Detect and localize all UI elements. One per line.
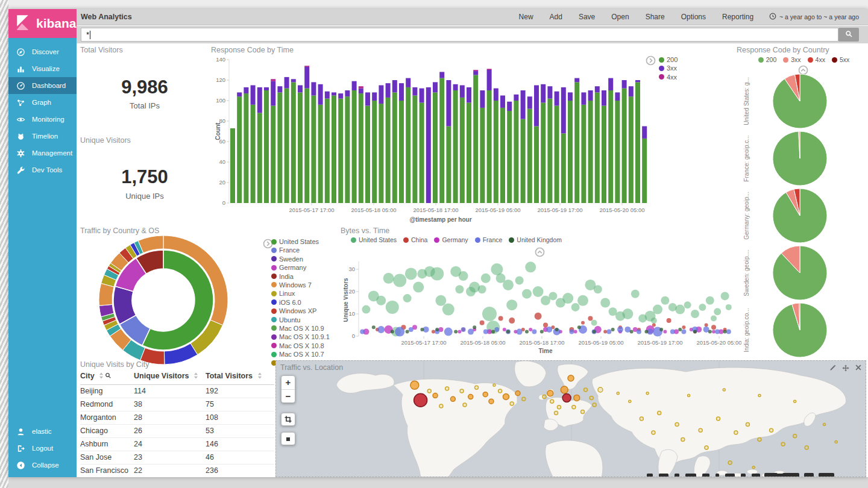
bubble-united-states[interactable] [577,295,588,306]
bubble-united-states[interactable] [675,305,685,314]
bubble-united-states[interactable] [413,282,424,293]
map-marker[interactable] [734,431,738,434]
map-marker[interactable] [515,391,520,396]
bubble-united-states[interactable] [503,280,514,290]
bubble-united-states[interactable] [362,305,370,314]
map-marker[interactable] [574,395,580,401]
bar-segment[interactable] [304,66,309,67]
bubble-china[interactable] [432,330,435,334]
map-marker[interactable] [498,389,502,393]
bar-segment[interactable] [304,67,309,89]
bar-segment[interactable] [271,79,275,81]
bar-segment[interactable] [325,99,330,203]
map-marker[interactable] [629,400,631,402]
bar-segment[interactable] [574,82,579,203]
bar-segment[interactable] [426,87,431,203]
bar-segment[interactable] [480,108,485,203]
bar-segment[interactable] [379,86,383,104]
bar-segment[interactable] [433,82,438,92]
map-marker[interactable] [593,403,596,407]
map-marker[interactable] [794,400,796,402]
bubble-united-states[interactable] [383,273,394,284]
bubble-united-states[interactable] [691,310,699,318]
bar-segment[interactable] [311,82,316,95]
map-marker[interactable] [561,386,568,393]
legend-item-france[interactable]: France [475,236,503,243]
map-marker[interactable] [522,397,526,401]
sidebar-item-dev-tools[interactable]: Dev Tools [8,161,77,178]
menu-item-share[interactable]: Share [646,13,665,21]
bubble-united-states[interactable] [455,285,464,293]
bubble-united-states[interactable] [549,292,557,300]
map-marker[interactable] [728,461,732,465]
bubble-united-kingdom[interactable] [611,328,615,331]
bar-segment[interactable] [480,90,485,108]
map-marker[interactable] [723,389,725,391]
sidebar-item-graph[interactable]: Graph [8,94,77,111]
bar-segment[interactable] [595,92,600,203]
bar-segment[interactable] [487,70,492,90]
bubble-china[interactable] [682,325,685,329]
map-marker[interactable] [450,396,455,401]
bubble-france[interactable] [715,330,720,334]
bubble-germany[interactable] [574,330,577,334]
bar-segment[interactable] [487,90,492,203]
bar-segment[interactable] [561,87,566,134]
bar-segment[interactable] [325,92,330,99]
bubble-united-states[interactable] [714,308,721,315]
bar-segment[interactable] [338,99,343,203]
bar-segment[interactable] [460,86,465,98]
bar-segment[interactable] [453,90,458,203]
bubble-united-states[interactable] [442,304,454,316]
bar-segment[interactable] [318,105,323,203]
bubble-united-states[interactable] [533,286,544,297]
bubble-united-kingdom[interactable] [420,328,424,331]
map-marker[interactable] [581,410,585,413]
bar-segment[interactable] [622,89,627,203]
bar-segment[interactable] [439,72,444,78]
bar-segment[interactable] [352,81,357,90]
bar-segment[interactable] [264,90,269,203]
bubble-united-states[interactable] [515,277,524,285]
bubble-united-states[interactable] [386,301,399,314]
bar-segment[interactable] [332,96,336,204]
map-marker[interactable] [705,446,708,449]
bar-segment[interactable] [244,93,248,203]
bar-segment[interactable] [433,92,438,203]
legend-expand-icon[interactable] [646,55,656,66]
column-header-total-visitors[interactable]: Total Visitors [206,370,274,385]
bubble-germany[interactable] [458,330,461,334]
map-marker[interactable] [640,417,643,421]
bar-segment[interactable] [332,92,336,95]
bubble-united-kingdom[interactable] [693,330,697,334]
map-marker[interactable] [483,392,488,397]
legend-item-china[interactable]: China [403,236,427,243]
map-marker[interactable] [598,387,603,392]
map-marker[interactable] [557,405,561,409]
bar-segment[interactable] [399,83,404,101]
bar-segment[interactable] [386,83,391,98]
bar-segment[interactable] [608,90,613,203]
bar-segment[interactable] [622,80,627,89]
move-panel-icon[interactable] [842,364,849,372]
bar-segment[interactable] [555,106,559,204]
zoom-out-button[interactable]: − [281,389,295,402]
bubble-united-kingdom[interactable] [473,325,476,329]
bubble-united-states[interactable] [525,261,536,272]
bar-segment[interactable] [257,87,262,113]
bar-segment[interactable] [439,78,444,203]
legend-item-4xx[interactable]: 4xx [659,74,678,81]
bar-segment[interactable] [473,75,478,204]
legend-item-india[interactable]: India [271,273,330,280]
bubble-france[interactable] [569,330,574,334]
sidebar-item-monitoring[interactable]: Monitoring [8,111,77,128]
bar-segment[interactable] [392,80,397,92]
bubble-france[interactable] [670,330,675,334]
bubble-united-states[interactable] [481,274,491,283]
map-marker[interactable] [681,438,685,442]
bar-segment[interactable] [291,82,296,203]
bar-segment[interactable] [271,106,275,204]
bubble-united-states[interactable] [699,304,706,311]
bubble-france[interactable] [494,327,499,332]
map-marker[interactable] [439,404,443,408]
